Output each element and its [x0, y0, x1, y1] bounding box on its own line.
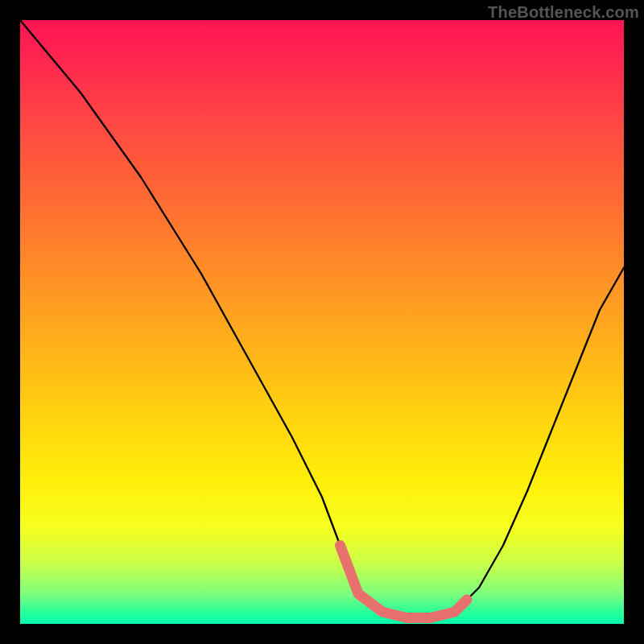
chart-frame: TheBottleneck.com: [0, 0, 644, 644]
bottleneck-curve: [20, 20, 624, 618]
highlight-trough: [341, 546, 468, 618]
curve-layer: [20, 20, 624, 624]
plot-area: [20, 20, 624, 624]
watermark-text: TheBottleneck.com: [488, 3, 639, 22]
